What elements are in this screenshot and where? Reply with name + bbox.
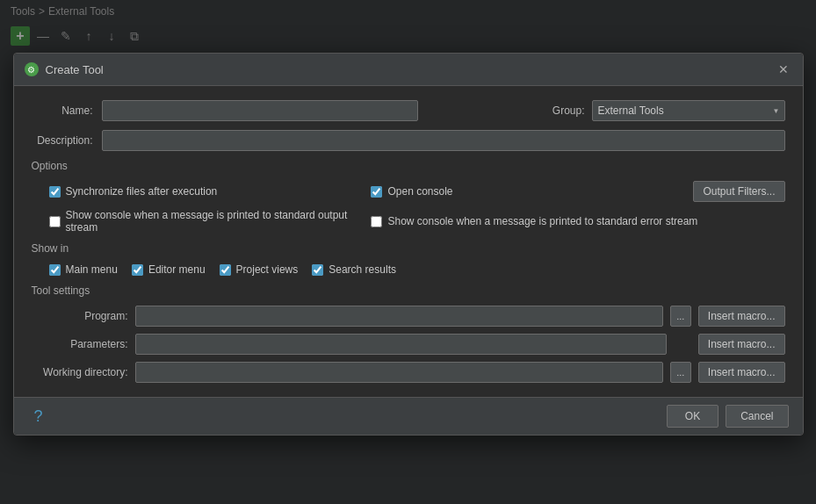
project-views-label: Project views bbox=[236, 263, 299, 276]
cancel-button[interactable]: Cancel bbox=[726, 405, 788, 428]
main-menu-row: Main menu bbox=[49, 263, 118, 276]
description-row: Description: bbox=[32, 130, 785, 151]
working-dir-browse-button[interactable]: ... bbox=[670, 362, 691, 383]
footer-actions: OK Cancel bbox=[667, 405, 789, 428]
main-menu-checkbox[interactable] bbox=[49, 264, 61, 276]
program-insert-macro-button[interactable]: Insert macro... bbox=[698, 306, 785, 327]
parameters-insert-macro-button[interactable]: Insert macro... bbox=[698, 334, 785, 355]
dialog-body: Name: Group: External Tools Description: bbox=[14, 86, 803, 397]
show-console-stderr-label: Show console when a message is printed t… bbox=[387, 215, 697, 227]
ok-button[interactable]: OK bbox=[667, 405, 719, 428]
show-console-stderr-row: Show console when a message is printed t… bbox=[371, 215, 784, 227]
editor-menu-label: Editor menu bbox=[148, 263, 206, 276]
name-group-row: Name: Group: External Tools bbox=[32, 100, 785, 121]
tool-icon: ⚙ bbox=[25, 62, 39, 76]
program-label: Program: bbox=[40, 310, 128, 322]
options-grid: Synchronize files after execution Open c… bbox=[32, 181, 785, 234]
dialog-close-button[interactable]: ✕ bbox=[775, 61, 792, 78]
parameters-label: Parameters: bbox=[40, 338, 128, 350]
show-in-row: Main menu Editor menu Project views Sear… bbox=[32, 263, 785, 276]
working-dir-insert-macro-button[interactable]: Insert macro... bbox=[698, 362, 785, 383]
parameters-input[interactable] bbox=[135, 334, 667, 355]
tool-settings-label: Tool settings bbox=[32, 284, 90, 297]
tool-settings-section-header: Tool settings bbox=[32, 284, 785, 297]
show-in-label: Show in bbox=[32, 242, 69, 255]
parameters-row: Parameters: Insert macro... bbox=[40, 334, 785, 355]
search-results-checkbox[interactable] bbox=[312, 264, 323, 276]
sync-files-row: Synchronize files after execution bbox=[49, 185, 357, 198]
options-label: Options bbox=[32, 160, 68, 172]
description-input[interactable] bbox=[102, 130, 785, 151]
sync-files-label: Synchronize files after execution bbox=[66, 185, 218, 198]
group-select[interactable]: External Tools bbox=[592, 100, 785, 121]
search-results-row: Search results bbox=[312, 263, 396, 276]
show-console-stdout-label: Show console when a message is printed t… bbox=[66, 209, 357, 234]
show-console-stderr-checkbox[interactable] bbox=[371, 216, 382, 227]
group-select-wrapper: External Tools bbox=[592, 100, 785, 121]
open-console-row: Open console bbox=[371, 185, 679, 198]
working-dir-input[interactable] bbox=[135, 362, 663, 383]
working-dir-label: Working directory: bbox=[40, 366, 128, 378]
sync-files-checkbox[interactable] bbox=[49, 186, 61, 198]
project-views-row: Project views bbox=[220, 263, 299, 276]
editor-menu-row: Editor menu bbox=[132, 263, 206, 276]
name-label: Name: bbox=[32, 104, 93, 117]
program-row: Program: ... Insert macro... bbox=[40, 306, 785, 327]
create-tool-dialog: ⚙ Create Tool ✕ Name: Group: External To… bbox=[13, 53, 804, 436]
dialog-title-bar: ⚙ Create Tool ✕ bbox=[14, 54, 803, 86]
dialog-overlay: ⚙ Create Tool ✕ Name: Group: External To… bbox=[0, 0, 816, 504]
project-views-checkbox[interactable] bbox=[220, 264, 231, 276]
help-button[interactable]: ? bbox=[28, 406, 49, 427]
working-dir-row: Working directory: ... Insert macro... bbox=[40, 362, 785, 383]
group-section: Group: External Tools bbox=[552, 100, 785, 121]
open-console-label: Open console bbox=[387, 185, 452, 198]
program-browse-button[interactable]: ... bbox=[670, 306, 691, 327]
show-console-stdout-checkbox[interactable] bbox=[49, 216, 61, 227]
name-input[interactable] bbox=[102, 100, 418, 121]
main-menu-label: Main menu bbox=[66, 263, 118, 276]
dialog-title: Create Tool bbox=[46, 63, 104, 76]
search-results-label: Search results bbox=[329, 263, 396, 276]
tool-settings-grid: Program: ... Insert macro... Parameters:… bbox=[32, 306, 785, 383]
open-console-checkbox[interactable] bbox=[371, 186, 382, 198]
group-label: Group: bbox=[552, 104, 585, 117]
dialog-title-left: ⚙ Create Tool bbox=[25, 62, 104, 76]
editor-menu-checkbox[interactable] bbox=[132, 264, 143, 276]
description-label: Description: bbox=[32, 134, 93, 147]
show-console-stdout-row: Show console when a message is printed t… bbox=[49, 209, 357, 234]
options-section-header: Options bbox=[32, 160, 785, 172]
dialog-footer: ? OK Cancel bbox=[14, 397, 803, 435]
output-filters-button[interactable]: Output Filters... bbox=[693, 181, 784, 202]
program-input[interactable] bbox=[135, 306, 663, 327]
show-in-section-header: Show in bbox=[32, 242, 785, 255]
